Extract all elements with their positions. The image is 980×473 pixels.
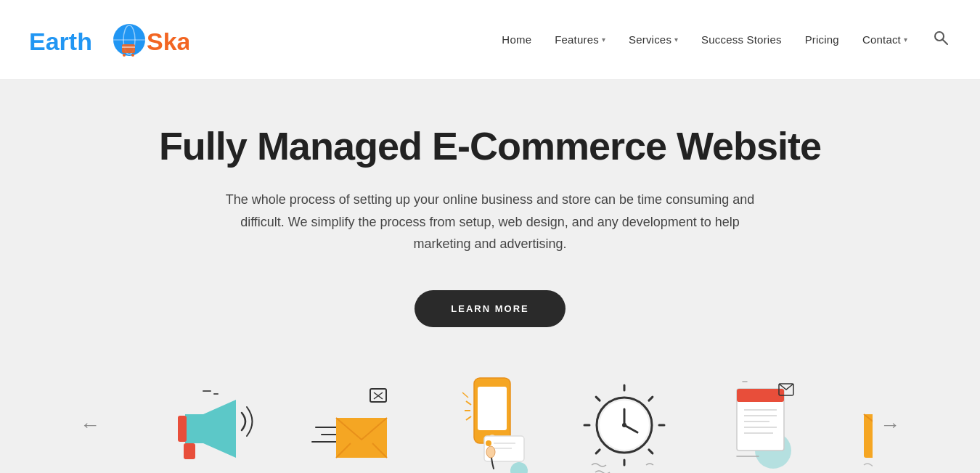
svg-rect-17: [184, 443, 195, 459]
icon-email2-svg: [853, 378, 873, 473]
svg-line-45: [649, 450, 653, 453]
contact-chevron: ▾: [904, 36, 907, 44]
nav-features-dropdown[interactable]: Features ▾: [555, 33, 605, 46]
svg-point-33: [486, 440, 491, 446]
svg-rect-16: [178, 416, 187, 442]
icon-report-svg: [715, 378, 809, 473]
nav-services[interactable]: Services: [629, 33, 671, 46]
svg-line-47: [596, 450, 600, 453]
svg-line-38: [466, 401, 471, 405]
svg-point-41: [510, 462, 528, 473]
icon-clock: [577, 378, 671, 473]
icon-megaphone: [163, 378, 258, 473]
services-chevron: ▾: [674, 36, 678, 44]
learn-more-button[interactable]: LEARN MORE: [415, 290, 565, 327]
svg-line-43: [649, 397, 653, 400]
nav-pricing[interactable]: Pricing: [805, 33, 839, 46]
nav-features[interactable]: Features: [555, 33, 599, 46]
nav-contact[interactable]: Contact: [862, 33, 901, 46]
carousel-next-button[interactable]: →: [873, 406, 907, 444]
icon-mobile-svg: [439, 371, 534, 473]
nav-contact-dropdown[interactable]: Contact ▾: [862, 33, 907, 46]
icon-clock-svg: [577, 378, 671, 473]
svg-point-9: [935, 32, 944, 41]
logo-svg: Earth Skater: [29, 18, 189, 62]
svg-text:Earth: Earth: [29, 28, 92, 55]
svg-line-40: [462, 392, 468, 398]
carousel-prev-button[interactable]: ←: [73, 406, 107, 444]
svg-line-49: [596, 397, 600, 400]
nav-services-dropdown[interactable]: Services ▾: [629, 33, 678, 46]
site-header: Earth Skater Home Features ▾ Services ▾ …: [0, 0, 980, 80]
icon-email-svg: [301, 378, 396, 473]
nav-home[interactable]: Home: [502, 33, 531, 46]
icon-document: [107, 378, 120, 473]
icons-container: [107, 371, 873, 473]
icon-email: [301, 378, 396, 473]
icon-mobile: [439, 371, 534, 473]
icon-megaphone-svg: [163, 378, 258, 473]
icon-email2: [853, 378, 873, 473]
icon-carousel: ←: [58, 371, 922, 473]
svg-rect-30: [478, 387, 507, 430]
svg-text:Skater: Skater: [147, 28, 189, 55]
icon-document-svg: [107, 378, 120, 473]
logo[interactable]: Earth Skater: [29, 18, 189, 62]
search-button[interactable]: [931, 28, 951, 52]
features-chevron: ▾: [602, 36, 605, 44]
svg-point-36: [486, 446, 495, 458]
nav-success-stories[interactable]: Success Stories: [701, 33, 782, 46]
svg-point-7: [131, 54, 134, 57]
svg-line-39: [466, 416, 471, 420]
svg-rect-4: [122, 44, 135, 53]
search-icon: [934, 30, 948, 45]
main-nav: Home Features ▾ Services ▾ Success Stori…: [502, 28, 951, 52]
svg-point-6: [123, 54, 126, 57]
svg-rect-57: [737, 389, 784, 402]
svg-point-54: [622, 423, 626, 427]
svg-line-10: [943, 40, 947, 44]
icon-report: [715, 378, 809, 473]
hero-description: The whole process of setting up your onl…: [214, 189, 766, 255]
hero-section: Fully Managed E-Commerce Website The who…: [0, 80, 980, 473]
hero-title: Fully Managed E-Commerce Website: [159, 123, 821, 168]
